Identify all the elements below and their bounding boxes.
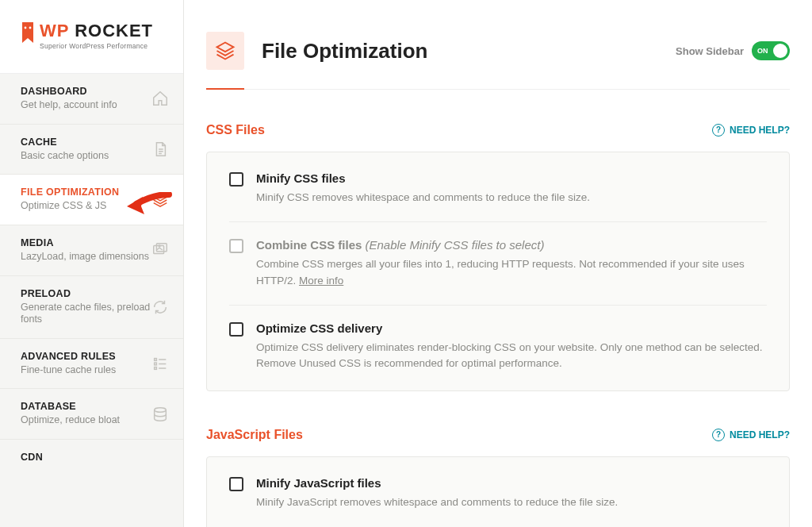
sidebar-item-title: CACHE bbox=[21, 137, 109, 148]
main-content: File Optimization Show Sidebar ON CSS Fi… bbox=[184, 0, 812, 527]
sidebar-item-sub: Optimize CSS & JS bbox=[21, 200, 119, 213]
option-minify-js: Minify JavaScript files Minify JavaScrip… bbox=[229, 460, 767, 526]
option-desc: Minify JavaScript removes whitespace and… bbox=[256, 494, 618, 510]
sidebar-item-title: ADVANCED RULES bbox=[21, 351, 116, 362]
layers-icon bbox=[206, 32, 244, 70]
sidebar-item-media[interactable]: MEDIA LazyLoad, image dimensions bbox=[0, 225, 183, 276]
rocket-ribbon-icon bbox=[21, 22, 35, 54]
settings-sidebar: WP ROCKET Superior WordPress Performance… bbox=[0, 0, 184, 527]
option-desc: Optimize CSS delivery eliminates render-… bbox=[256, 340, 767, 372]
help-icon bbox=[712, 124, 725, 137]
help-icon bbox=[712, 429, 725, 441]
sidebar-item-dashboard[interactable]: DASHBOARD Get help, account info bbox=[0, 74, 183, 125]
toggle-switch[interactable]: ON bbox=[752, 41, 790, 60]
sidebar-item-cdn[interactable]: CDN bbox=[0, 440, 183, 475]
sidebar-item-sub: Generate cache files, preload fonts bbox=[21, 302, 151, 326]
option-desc: Combine CSS merges all your files into 1… bbox=[256, 256, 767, 289]
sidebar-item-title: CDN bbox=[21, 452, 43, 463]
option-title: Minify JavaScript files bbox=[256, 476, 618, 490]
section-head-css: CSS Files NEED HELP? bbox=[206, 123, 790, 137]
need-help-link[interactable]: NEED HELP? bbox=[712, 124, 790, 137]
js-options-panel: Minify JavaScript files Minify JavaScrip… bbox=[206, 456, 790, 527]
option-title: Minify CSS files bbox=[256, 171, 590, 185]
option-minify-css: Minify CSS files Minify CSS removes whit… bbox=[229, 156, 767, 221]
page-header: File Optimization Show Sidebar ON bbox=[206, 32, 790, 90]
checkbox[interactable] bbox=[229, 172, 243, 187]
sidebar-item-preload[interactable]: PRELOAD Generate cache files, preload fo… bbox=[0, 276, 183, 339]
sidebar-item-file-optimization[interactable]: FILE OPTIMIZATION Optimize CSS & JS bbox=[0, 175, 183, 225]
list-icon bbox=[151, 355, 169, 372]
layers-icon bbox=[151, 191, 169, 209]
page-title: File Optimization bbox=[262, 39, 427, 63]
sidebar-item-sub: LazyLoad, image dimensions bbox=[21, 251, 149, 264]
svg-rect-5 bbox=[155, 359, 157, 361]
sidebar-item-title: PRELOAD bbox=[21, 288, 151, 299]
toggle-label: Show Sidebar bbox=[676, 45, 744, 57]
file-icon bbox=[151, 140, 169, 158]
logo-block: WP ROCKET Superior WordPress Performance bbox=[0, 0, 183, 74]
sidebar-item-sub: Optimize, reduce bloat bbox=[21, 414, 120, 427]
option-combine-css: Combine CSS files (Enable Minify CSS fil… bbox=[229, 221, 767, 305]
checkbox[interactable] bbox=[229, 322, 243, 337]
checkbox[interactable] bbox=[229, 477, 243, 491]
sidebar-item-sub: Basic cache options bbox=[21, 150, 109, 163]
sidebar-item-title: MEDIA bbox=[21, 237, 149, 248]
section-title: CSS Files bbox=[206, 123, 265, 137]
section-head-js: JavaScript Files NEED HELP? bbox=[206, 428, 790, 442]
toggle-knob bbox=[773, 44, 787, 58]
css-options-panel: Minify CSS files Minify CSS removes whit… bbox=[206, 152, 790, 391]
home-icon bbox=[151, 90, 169, 107]
images-icon bbox=[151, 241, 169, 259]
checkbox[interactable] bbox=[229, 239, 243, 253]
sidebar-item-title: DASHBOARD bbox=[21, 86, 117, 97]
logo-tagline: Superior WordPress Performance bbox=[40, 42, 153, 50]
svg-rect-6 bbox=[155, 363, 157, 365]
sidebar-item-advanced-rules[interactable]: ADVANCED RULES Fine-tune cache rules bbox=[0, 339, 183, 390]
option-optimize-css-delivery: Optimize CSS delivery Optimize CSS deliv… bbox=[229, 305, 767, 388]
svg-rect-7 bbox=[155, 367, 157, 370]
sidebar-item-sub: Get help, account info bbox=[21, 99, 117, 112]
svg-point-8 bbox=[155, 407, 167, 412]
sidebar-item-database[interactable]: DATABASE Optimize, reduce bloat bbox=[0, 389, 183, 440]
need-help-link[interactable]: NEED HELP? bbox=[712, 429, 790, 441]
more-info-link[interactable]: More info bbox=[299, 275, 343, 287]
option-title: Optimize CSS delivery bbox=[256, 321, 767, 335]
svg-point-0 bbox=[25, 27, 27, 29]
sidebar-item-cache[interactable]: CACHE Basic cache options bbox=[0, 125, 183, 175]
show-sidebar-toggle[interactable]: Show Sidebar ON bbox=[676, 41, 790, 60]
option-desc: Minify CSS removes whitespace and commen… bbox=[256, 190, 590, 206]
svg-rect-3 bbox=[156, 244, 167, 252]
option-title: Combine CSS files (Enable Minify CSS fil… bbox=[256, 238, 767, 252]
logo-name: WP ROCKET bbox=[40, 22, 153, 40]
sidebar-item-title: DATABASE bbox=[21, 401, 120, 412]
svg-point-1 bbox=[29, 27, 32, 29]
sidebar-item-sub: Fine-tune cache rules bbox=[21, 364, 116, 377]
refresh-icon bbox=[151, 298, 169, 316]
sidebar-item-title: FILE OPTIMIZATION bbox=[21, 187, 119, 198]
database-icon bbox=[151, 406, 169, 423]
section-title: JavaScript Files bbox=[206, 428, 303, 442]
